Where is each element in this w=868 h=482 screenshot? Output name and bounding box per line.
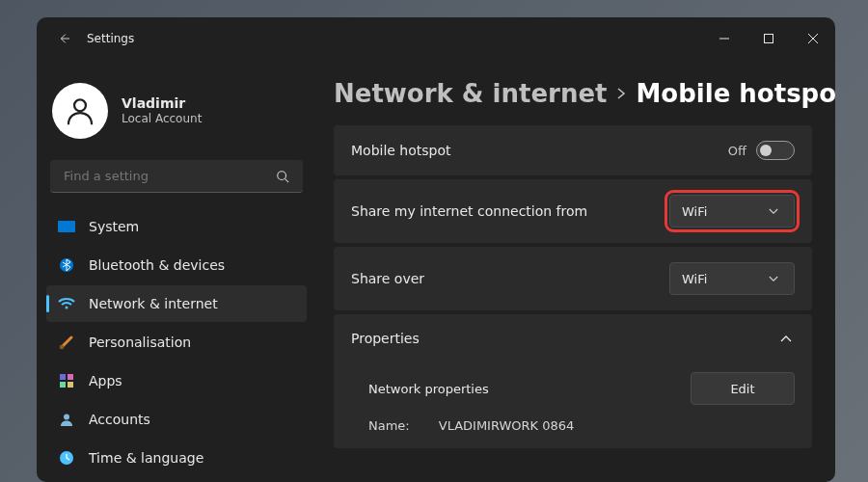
sidebar: Vladimir Local Account System (37, 60, 316, 482)
svg-point-1 (74, 99, 86, 111)
minimize-button[interactable] (702, 17, 746, 60)
back-button[interactable] (56, 31, 71, 46)
sidebar-nav: System Bluetooth & devices Network & int… (46, 208, 307, 476)
hotspot-state: Off (728, 144, 746, 158)
share-from-row: Share my internet connection from WiFi (334, 179, 812, 243)
svg-rect-3 (58, 221, 75, 232)
profile-subtitle: Local Account (122, 112, 202, 125)
desktop-background: Settings (0, 0, 868, 482)
properties-card: Properties Network properties Edit (334, 314, 812, 448)
sidebar-item-label: Accounts (89, 412, 150, 427)
properties-title: Properties (351, 331, 420, 346)
svg-rect-0 (765, 35, 773, 43)
share-over-row: Share over WiFi (334, 247, 812, 310)
hotspot-label: Mobile hotspot (351, 143, 451, 158)
network-name-row: Name: VLADIMIRWORK 0864 (368, 418, 795, 433)
svg-rect-7 (60, 374, 66, 380)
search-icon (274, 168, 291, 185)
sidebar-item-personalisation[interactable]: Personalisation (46, 324, 307, 361)
svg-rect-8 (68, 374, 73, 380)
svg-point-11 (64, 415, 69, 420)
toggle-knob (760, 145, 772, 156)
profile-name: Vladimir (122, 95, 202, 112)
sidebar-item-bluetooth[interactable]: Bluetooth & devices (46, 247, 307, 283)
main-content: Network & internet Mobile hotspot Mobile… (316, 60, 835, 482)
share-over-dropdown[interactable]: WiFi (669, 262, 795, 295)
share-from-label: Share my internet connection from (351, 203, 587, 219)
sidebar-item-label: Bluetooth & devices (89, 257, 225, 273)
title-bar: Settings (37, 17, 835, 60)
chevron-right-icon (616, 84, 626, 104)
chevron-down-icon (765, 270, 782, 287)
sidebar-item-label: Apps (89, 373, 122, 388)
avatar (52, 83, 108, 139)
svg-point-2 (278, 171, 286, 179)
breadcrumb: Network & internet Mobile hotspot (334, 79, 812, 108)
svg-point-5 (66, 307, 68, 309)
clock-icon (58, 449, 75, 467)
window-body: Vladimir Local Account System (37, 60, 835, 482)
accounts-icon (58, 411, 75, 428)
breadcrumb-root[interactable]: Network & internet (334, 79, 607, 108)
share-over-label: Share over (351, 271, 424, 286)
share-from-dropdown[interactable]: WiFi (669, 195, 795, 228)
hotspot-toggle-wrap: Off (728, 141, 795, 160)
titlebar-left: Settings (56, 31, 134, 46)
sidebar-item-time[interactable]: Time & language (46, 440, 307, 476)
edit-button-label: Edit (730, 382, 754, 396)
network-name-key: Name: (368, 418, 410, 433)
share-over-value: WiFi (682, 272, 707, 286)
hotspot-toggle-row: Mobile hotspot Off (334, 125, 812, 175)
system-icon (58, 218, 75, 235)
paintbrush-icon (58, 334, 75, 351)
sidebar-item-accounts[interactable]: Accounts (46, 401, 307, 438)
sidebar-item-label: Time & language (89, 450, 203, 466)
profile-text: Vladimir Local Account (122, 95, 202, 125)
maximize-button[interactable] (746, 17, 791, 60)
search-input[interactable] (62, 168, 274, 184)
svg-rect-9 (60, 382, 66, 388)
window-controls (702, 17, 835, 60)
bluetooth-icon (58, 256, 75, 274)
network-name-value: VLADIMIRWORK 0864 (439, 418, 575, 433)
wifi-icon (58, 295, 75, 312)
apps-icon (58, 372, 75, 389)
properties-body: Network properties Edit Name: VLADIMIRWO… (334, 372, 812, 448)
sidebar-item-label: Network & internet (89, 296, 218, 311)
svg-point-6 (60, 345, 65, 350)
properties-header[interactable]: Properties (334, 314, 812, 362)
search-box[interactable] (50, 160, 303, 193)
sidebar-item-label: Personalisation (89, 335, 191, 350)
sidebar-item-system[interactable]: System (46, 208, 307, 245)
profile-block[interactable]: Vladimir Local Account (46, 77, 307, 156)
network-properties-row: Network properties Edit (368, 372, 795, 405)
edit-button[interactable]: Edit (691, 372, 795, 405)
settings-window: Settings (37, 17, 835, 482)
window-title: Settings (87, 32, 134, 45)
close-button[interactable] (791, 17, 835, 60)
sidebar-item-label: System (89, 219, 139, 234)
chevron-up-icon (777, 330, 795, 347)
sidebar-item-apps[interactable]: Apps (46, 362, 307, 399)
network-properties-label: Network properties (368, 382, 489, 396)
share-from-value: WiFi (682, 204, 707, 219)
chevron-down-icon (765, 202, 782, 220)
breadcrumb-leaf: Mobile hotspot (636, 79, 835, 108)
svg-rect-10 (68, 382, 73, 388)
hotspot-toggle[interactable] (756, 141, 795, 160)
sidebar-item-network[interactable]: Network & internet (46, 285, 307, 322)
settings-cards: Mobile hotspot Off Share my internet con… (334, 125, 812, 448)
